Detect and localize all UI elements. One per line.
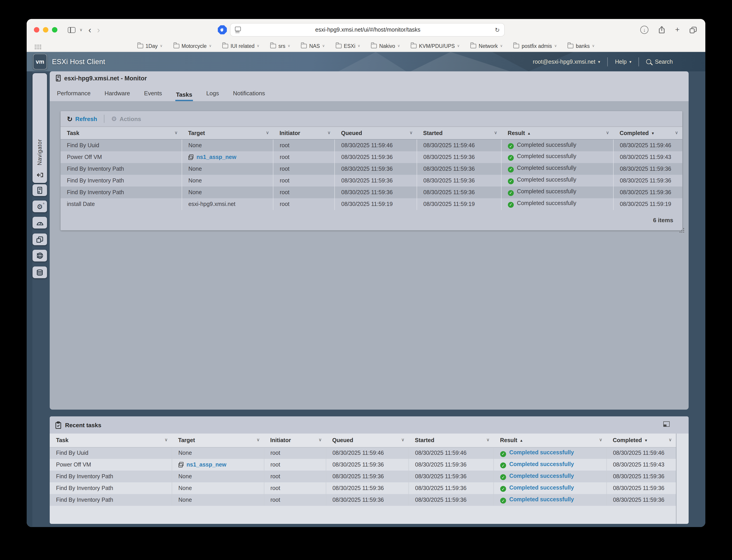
minimize-window-button[interactable] (43, 27, 48, 33)
table-row[interactable]: Find By Inventory PathNoneroot08/30/2025… (61, 175, 682, 186)
column-header-initiator[interactable]: Initiator∨ (273, 127, 334, 139)
sidebar-item-host[interactable] (33, 184, 47, 196)
table-row[interactable]: Find By Inventory PathNoneroot08/30/2025… (61, 186, 682, 198)
column-header-task[interactable]: Task∨ (61, 127, 182, 139)
close-window-button[interactable] (34, 27, 39, 33)
page-settings-icon[interactable] (235, 26, 241, 33)
content-blocker-shield-icon[interactable] (218, 25, 227, 34)
column-header-task[interactable]: Task∨ (50, 434, 172, 447)
bookmark-folder[interactable]: Nakivo∨ (371, 43, 400, 49)
chevron-down-icon: ∨ (500, 44, 503, 48)
tab-hardware[interactable]: Hardware (104, 90, 131, 101)
column-header-target[interactable]: Target∨ (182, 127, 273, 139)
bookmark-folder[interactable]: 1Day∨ (137, 43, 162, 49)
table-row[interactable]: Find By Inventory PathNoneroot08/30/2025… (50, 494, 676, 506)
sidebar-item-monitor[interactable] (33, 217, 47, 229)
browser-window: ∨ ‹ › esxi-hpg9.xmsi.net/ui/#/host/monit… (27, 19, 705, 527)
tab-logs[interactable]: Logs (205, 90, 220, 101)
bookmark-folder[interactable]: Network∨ (471, 43, 503, 49)
column-filter-chevron-icon[interactable]: ∨ (318, 437, 322, 442)
bookmark-folder[interactable]: Motorcycle∨ (173, 43, 211, 49)
bookmark-folder[interactable]: srs∨ (270, 43, 290, 49)
table-row[interactable]: Find By UuidNoneroot08/30/2025 11:59:460… (61, 139, 682, 151)
tab-overview-icon[interactable] (689, 26, 697, 34)
resize-grip-icon[interactable] (680, 228, 681, 229)
column-filter-chevron-icon[interactable]: ∨ (164, 437, 168, 442)
column-filter-chevron-icon[interactable]: ∨ (410, 130, 413, 135)
bookmark-folder[interactable]: IUI related∨ (222, 43, 259, 49)
column-header-target[interactable]: Target∨ (172, 434, 264, 447)
column-header-completed[interactable]: Completed▼∨ (613, 127, 682, 139)
table-row[interactable]: Find By Inventory PathNoneroot08/30/2025… (50, 482, 676, 494)
recent-tasks-scrollbar[interactable] (676, 434, 683, 524)
result-text[interactable]: Completed successfully (509, 449, 574, 456)
tab-events[interactable]: Events (143, 90, 163, 101)
table-row[interactable]: Find By Inventory PathNoneroot08/30/2025… (61, 163, 682, 175)
navigator-panel[interactable]: Navigator (33, 73, 47, 183)
actions-button[interactable]: ⚙ Actions (111, 115, 141, 122)
column-filter-chevron-icon[interactable]: ∨ (494, 130, 497, 135)
column-header-result[interactable]: Result▲∨ (501, 127, 613, 139)
sidebar-item-virtual-machines[interactable] (33, 233, 47, 245)
favorites-grid-icon[interactable] (35, 45, 36, 46)
column-header-initiator[interactable]: Initiator∨ (264, 434, 326, 447)
maximize-panel-icon[interactable] (663, 421, 670, 427)
column-filter-chevron-icon[interactable]: ∨ (606, 130, 609, 135)
downloads-icon[interactable]: ↓ (640, 26, 648, 34)
bookmark-folder[interactable]: banks∨ (568, 43, 595, 49)
column-header-started[interactable]: Started∨ (409, 434, 494, 447)
tab-tasks[interactable]: Tasks (175, 91, 193, 101)
table-row[interactable]: Power Off VMns1_assp_newroot08/30/2025 1… (50, 459, 676, 471)
result-text[interactable]: Completed successfully (509, 485, 574, 491)
column-filter-chevron-icon[interactable]: ∨ (487, 437, 490, 442)
back-button[interactable]: ‹ (88, 26, 91, 34)
sidebar-item-manage[interactable]: ⚙ ▲ (33, 201, 47, 212)
new-tab-icon[interactable]: + (675, 25, 680, 34)
target-vm-link[interactable]: ns1_assp_new (196, 154, 236, 160)
vmware-logo[interactable]: vm (33, 54, 47, 70)
user-menu[interactable]: root@esxi-hpg9.xmsi.net ▾ (526, 58, 607, 65)
help-label: Help (615, 58, 627, 65)
column-filter-chevron-icon[interactable]: ∨ (401, 437, 405, 442)
table-row[interactable]: Find By UuidNoneroot08/30/2025 11:59:460… (50, 447, 676, 459)
result-text[interactable]: Completed successfully (509, 496, 574, 503)
sidebar-toggle-icon[interactable] (68, 27, 75, 33)
result-text[interactable]: Completed successfully (509, 461, 574, 467)
column-header-queued[interactable]: Queued∨ (335, 127, 417, 139)
column-header-result[interactable]: Result▲∨ (494, 434, 606, 447)
column-filter-chevron-icon[interactable]: ∨ (256, 437, 260, 442)
column-filter-chevron-icon[interactable]: ∨ (599, 437, 603, 442)
bookmark-folder[interactable]: KVM/PDU/UPS∨ (411, 43, 460, 49)
share-icon[interactable] (658, 26, 666, 34)
column-filter-chevron-icon[interactable]: ∨ (669, 437, 672, 442)
sidebar-item-networking[interactable] (33, 250, 47, 261)
search-button[interactable]: Search (639, 58, 680, 65)
tab-performance[interactable]: Performance (56, 90, 91, 101)
column-filter-chevron-icon[interactable]: ∨ (327, 130, 331, 135)
result-text[interactable]: Completed successfully (509, 473, 574, 479)
bookmark-folder[interactable]: postfix admis∨ (514, 43, 557, 49)
address-bar[interactable]: esxi-hpg9.xmsi.net/ui/#/host/monitor/tas… (230, 23, 505, 37)
column-header-started[interactable]: Started∨ (417, 127, 501, 139)
collapse-navigator-icon[interactable] (36, 172, 44, 178)
refresh-button[interactable]: ↻ Refresh (67, 115, 97, 122)
bookmark-folder[interactable]: ESXi∨ (336, 43, 360, 49)
table-row[interactable]: Power Off VMns1_assp_newroot08/30/2025 1… (61, 151, 682, 163)
table-row[interactable]: install Dateesxi-hpg9.xmsi.netroot08/30/… (61, 198, 682, 210)
column-filter-chevron-icon[interactable]: ∨ (266, 130, 269, 135)
host-server-icon (37, 186, 43, 194)
help-menu[interactable]: Help ▾ (608, 58, 639, 65)
networking-globe-icon (36, 252, 43, 259)
table-row[interactable]: Find By Inventory PathNoneroot08/30/2025… (50, 471, 676, 482)
column-header-queued[interactable]: Queued∨ (326, 434, 409, 447)
sidebar-item-storage[interactable] (33, 266, 47, 278)
column-filter-chevron-icon[interactable]: ∨ (174, 130, 178, 135)
bookmark-folder[interactable]: NAS∨ (301, 43, 325, 49)
column-header-completed[interactable]: Completed▼∨ (606, 434, 676, 447)
sidebar-chevron-icon[interactable]: ∨ (79, 28, 82, 32)
target-vm-link[interactable]: ns1_assp_new (187, 462, 227, 468)
reload-icon[interactable]: ↻ (495, 26, 500, 33)
column-filter-chevron-icon[interactable]: ∨ (675, 130, 678, 135)
tab-notifications[interactable]: Notifications (232, 90, 266, 101)
zoom-window-button[interactable] (52, 27, 57, 33)
